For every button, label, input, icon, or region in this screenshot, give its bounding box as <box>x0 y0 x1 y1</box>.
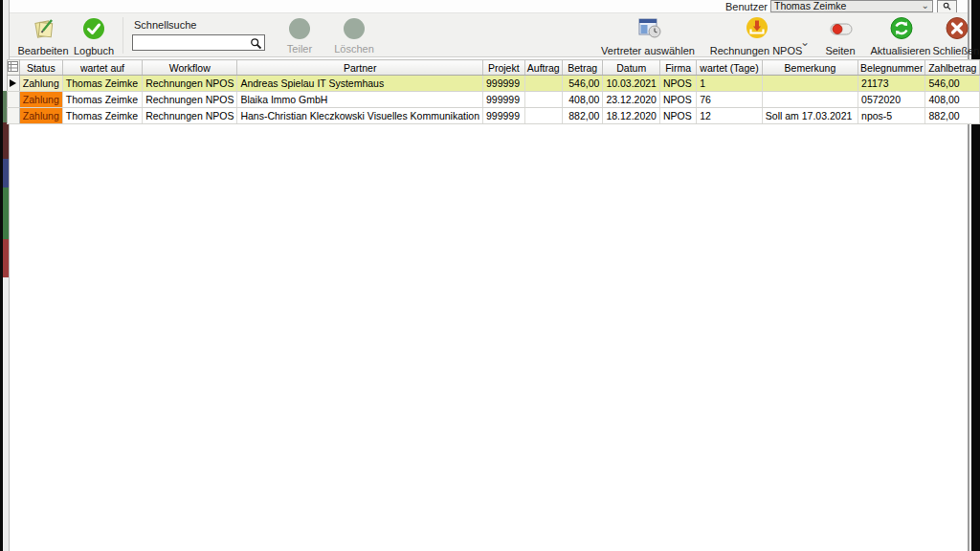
edge-artifact <box>3 187 9 239</box>
row-selector-header[interactable] <box>8 60 20 76</box>
table-cell[interactable]: 76 <box>697 92 763 108</box>
table-row[interactable]: ZahlungThomas ZeimkeRechnungen NPOSHans-… <box>8 108 980 124</box>
table-cell[interactable] <box>524 76 562 92</box>
column-header[interactable]: Datum <box>603 60 660 76</box>
table-cell[interactable] <box>524 92 562 108</box>
table-cell[interactable]: Thomas Zeimke <box>62 92 142 108</box>
table-cell[interactable]: 10.03.2021 <box>603 76 660 92</box>
row-selector-cell[interactable] <box>8 76 20 92</box>
table-cell[interactable]: 882,00 <box>925 108 980 124</box>
user-label: Benutzer <box>725 1 768 12</box>
schliessen-button[interactable]: Schließen <box>913 16 980 56</box>
column-header[interactable]: wartet auf <box>62 60 142 76</box>
table-cell[interactable]: 0572020 <box>858 92 925 108</box>
toggle-icon <box>829 16 852 41</box>
table-row[interactable]: ZahlungThomas ZeimkeRechnungen NPOSBlaik… <box>8 92 980 108</box>
loeschen-icon <box>344 18 365 39</box>
user-bar: Benutzer Thomas Zeimke ⌄ ... <box>10 0 968 12</box>
close-icon <box>945 16 968 41</box>
column-header[interactable]: Bemerkung <box>762 60 858 76</box>
table-cell[interactable] <box>524 108 562 124</box>
table-header-row: Statuswartet aufWorkflowPartnerProjektAu… <box>8 60 980 76</box>
table-cell[interactable]: NPOS <box>659 108 696 124</box>
column-header[interactable]: Zahlbetrag <box>925 60 980 76</box>
table-cell[interactable]: Hans-Christian Kleczkowski Visuelles Kom… <box>237 108 483 124</box>
column-header[interactable]: Belegnummer <box>858 60 925 76</box>
table-cell[interactable]: Andreas Spielau IT Systemhaus <box>237 76 483 92</box>
row-selector-cell[interactable] <box>8 92 20 108</box>
app-window: Benutzer Thomas Zeimke ⌄ ... Bea <box>0 0 980 551</box>
refresh-icon <box>889 16 912 41</box>
edge-artifact <box>3 122 9 159</box>
toolbar: Bearbeiten Logbuch Schnellsuche <box>10 12 968 57</box>
table-cell[interactable]: 546,00 <box>563 76 603 92</box>
chevron-down-icon: ⌄ <box>922 0 929 11</box>
table-cell[interactable]: 21173 <box>858 76 925 92</box>
column-header[interactable]: Status <box>19 60 62 76</box>
grid-icon <box>8 61 18 72</box>
inbox-download-icon <box>745 16 768 41</box>
loeschen-button: Löschen <box>311 16 397 55</box>
table-cell[interactable]: 12 <box>697 108 763 124</box>
table-cell[interactable]: 18.12.2020 <box>603 108 660 124</box>
loeschen-label: Löschen <box>311 43 397 55</box>
row-selector-cell[interactable] <box>8 108 20 124</box>
schnellsuche-label: Schnellsuche <box>134 19 196 31</box>
table-cell[interactable]: 408,00 <box>563 92 603 108</box>
table-cell[interactable]: 1 <box>697 76 763 92</box>
table-cell[interactable]: Zahlung <box>19 108 62 124</box>
table-cell[interactable]: Zahlung <box>19 92 62 108</box>
column-header[interactable]: Workflow <box>143 60 237 76</box>
table-row[interactable]: ZahlungThomas ZeimkeRechnungen NPOSAndre… <box>8 76 980 92</box>
user-dropdown[interactable]: Thomas Zeimke ⌄ <box>770 0 933 12</box>
column-header[interactable]: Betrag <box>563 60 603 76</box>
table-cell[interactable]: Thomas Zeimke <box>62 76 142 92</box>
edge-artifact <box>3 239 9 277</box>
user-dropdown-value: Thomas Zeimke <box>774 0 846 11</box>
table-cell[interactable]: Zahlung <box>19 76 62 92</box>
column-header[interactable]: Partner <box>237 60 483 76</box>
table-cell[interactable]: Rechnungen NPOS <box>143 92 237 108</box>
teiler-icon <box>289 18 310 39</box>
workflow-table[interactable]: Statuswartet aufWorkflowPartnerProjektAu… <box>7 59 980 124</box>
table-cell[interactable]: 882,00 <box>563 108 603 124</box>
logbuch-label: Logbuch <box>51 45 137 56</box>
current-row-marker-icon <box>10 79 16 87</box>
table-cell[interactable]: 999999 <box>482 76 524 92</box>
table-cell[interactable]: 999999 <box>482 108 524 124</box>
window-clock-icon <box>636 16 659 41</box>
rechnungen-npos-label: Rechnungen NPOS <box>708 45 804 56</box>
table-cell[interactable]: 999999 <box>482 92 524 108</box>
table-body: ZahlungThomas ZeimkeRechnungen NPOSAndre… <box>8 76 980 124</box>
vertreter-auswaehlen-label: Vertreter auswählen <box>595 45 701 56</box>
vertreter-auswaehlen-button[interactable]: Vertreter auswählen <box>595 16 701 56</box>
table-cell[interactable] <box>762 92 858 108</box>
table-cell[interactable]: 23.12.2020 <box>603 92 660 108</box>
table-cell[interactable]: Soll am 17.03.2021 <box>762 108 858 124</box>
schnellsuche-input[interactable] <box>135 36 248 49</box>
table-cell[interactable]: Rechnungen NPOS <box>143 108 237 124</box>
table-cell[interactable] <box>762 76 858 92</box>
table-cell[interactable]: NPOS <box>659 76 696 92</box>
edge-artifact <box>3 159 9 187</box>
toolbar-separator <box>122 17 123 54</box>
column-header[interactable]: Projekt <box>482 60 524 76</box>
check-circle-icon <box>82 16 105 41</box>
table-cell[interactable]: Rechnungen NPOS <box>143 76 237 92</box>
table-cell[interactable]: 408,00 <box>925 92 980 108</box>
table-cell[interactable]: 546,00 <box>925 76 980 92</box>
table-cell[interactable]: Thomas Zeimke <box>62 108 142 124</box>
schnellsuche-field[interactable] <box>132 34 265 51</box>
table-cell[interactable]: NPOS <box>659 92 696 108</box>
column-header[interactable]: Firma <box>659 60 696 76</box>
schliessen-label: Schließen <box>913 45 980 56</box>
column-header[interactable]: wartet (Tage) <box>697 60 763 76</box>
table-cell[interactable]: npos-5 <box>858 108 925 124</box>
rechnungen-npos-button[interactable]: Rechnungen NPOS <box>708 16 804 56</box>
logbuch-button[interactable]: Logbuch <box>51 16 137 56</box>
column-header[interactable]: Auftrag <box>524 60 562 76</box>
table-cell[interactable]: Blaika Immo GmbH <box>237 92 483 108</box>
